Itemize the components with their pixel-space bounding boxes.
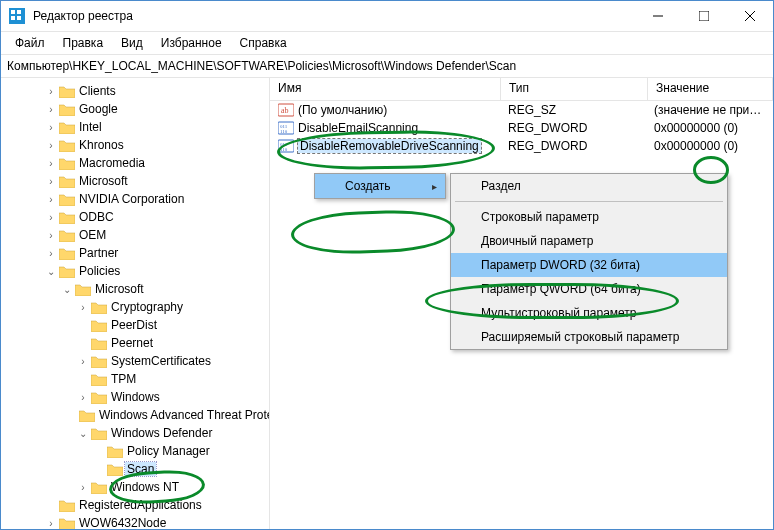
- context-item[interactable]: Двоичный параметр: [451, 229, 727, 253]
- tree-node[interactable]: PeerDist: [77, 316, 269, 334]
- tree-node[interactable]: ›WOW6432Node: [45, 514, 269, 529]
- chevron-right-icon[interactable]: ›: [77, 482, 89, 493]
- table-row[interactable]: (По умолчанию)REG_SZ(значение не присвое…: [270, 101, 773, 119]
- tree-node[interactable]: ›Cryptography: [77, 298, 269, 316]
- context-menu-new-submenu[interactable]: РазделСтроковый параметрДвоичный парамет…: [450, 173, 728, 350]
- chevron-right-icon[interactable]: ›: [45, 86, 57, 97]
- chevron-down-icon[interactable]: ⌄: [45, 266, 57, 277]
- col-header-type[interactable]: Тип: [501, 78, 648, 100]
- folder-icon: [91, 372, 107, 386]
- tree-node[interactable]: ⌄Microsoft: [61, 280, 269, 298]
- tree-node[interactable]: ›OEM: [45, 226, 269, 244]
- chevron-right-icon[interactable]: ›: [45, 140, 57, 151]
- tree-pane[interactable]: ›Clients›Google›Intel›Khronos›Macromedia…: [1, 78, 270, 529]
- menu-view[interactable]: Вид: [113, 34, 151, 52]
- chevron-right-icon[interactable]: ›: [77, 392, 89, 403]
- folder-icon: [59, 84, 75, 98]
- tree-node[interactable]: ›SystemCertificates: [77, 352, 269, 370]
- tree-node-label: Policy Manager: [125, 444, 212, 458]
- folder-icon: [91, 300, 107, 314]
- list-pane[interactable]: Имя Тип Значение (По умолчанию)REG_SZ(зн…: [270, 78, 773, 529]
- close-button[interactable]: [727, 1, 773, 31]
- tree-node-label: Windows NT: [109, 480, 181, 494]
- menu-edit[interactable]: Правка: [55, 34, 112, 52]
- chevron-right-icon[interactable]: ›: [45, 104, 57, 115]
- tree-node[interactable]: ›Windows NT: [77, 478, 269, 496]
- address-text: Компьютер\HKEY_LOCAL_MACHINE\SOFTWARE\Po…: [7, 59, 516, 73]
- menu-file[interactable]: Файл: [7, 34, 53, 52]
- window-title: Редактор реестра: [33, 9, 635, 23]
- folder-icon: [59, 516, 75, 529]
- folder-icon: [91, 318, 107, 332]
- chevron-right-icon[interactable]: ›: [45, 518, 57, 529]
- chevron-right-icon[interactable]: ›: [77, 302, 89, 313]
- tree-node[interactable]: ›ODBC: [45, 208, 269, 226]
- value-data: 0x00000000 (0): [646, 121, 773, 135]
- tree-node-label: Microsoft: [93, 282, 146, 296]
- chevron-down-icon[interactable]: ⌄: [77, 428, 89, 439]
- tree-node-label: Windows Defender: [109, 426, 214, 440]
- tree-node[interactable]: ›Windows: [77, 388, 269, 406]
- tree-node[interactable]: RegisteredApplications: [45, 496, 269, 514]
- folder-icon: [59, 156, 75, 170]
- chevron-right-icon[interactable]: ›: [77, 356, 89, 367]
- tree-node[interactable]: Windows Advanced Threat Protection: [77, 406, 269, 424]
- value-name: DisableRemovableDriveScanning: [298, 139, 481, 153]
- tree-node[interactable]: ›Intel: [45, 118, 269, 136]
- context-item[interactable]: Строковый параметр: [451, 205, 727, 229]
- tree-node-label: Windows: [109, 390, 162, 404]
- tree-node[interactable]: ›Google: [45, 100, 269, 118]
- tree-node[interactable]: ›Clients: [45, 82, 269, 100]
- chevron-right-icon[interactable]: ›: [45, 248, 57, 259]
- col-header-value[interactable]: Значение: [648, 78, 773, 100]
- tree-node[interactable]: ›Microsoft: [45, 172, 269, 190]
- folder-icon: [59, 498, 75, 512]
- tree-node[interactable]: ›NVIDIA Corporation: [45, 190, 269, 208]
- tree-node[interactable]: ⌄Policies: [45, 262, 269, 280]
- folder-icon: [91, 336, 107, 350]
- value-type: REG_SZ: [500, 103, 646, 117]
- tree-node[interactable]: ›Khronos: [45, 136, 269, 154]
- context-menu-primary[interactable]: Создать: [314, 173, 446, 199]
- tree-node[interactable]: Scan: [93, 460, 269, 478]
- value-type: REG_DWORD: [500, 139, 646, 153]
- context-item-create[interactable]: Создать: [315, 174, 445, 198]
- chevron-right-icon[interactable]: ›: [45, 194, 57, 205]
- chevron-right-icon[interactable]: ›: [45, 176, 57, 187]
- folder-icon: [91, 390, 107, 404]
- value-data: 0x00000000 (0): [646, 139, 773, 153]
- menu-help[interactable]: Справка: [232, 34, 295, 52]
- context-item[interactable]: Параметр QWORD (64 бита): [451, 277, 727, 301]
- tree-node-label: RegisteredApplications: [77, 498, 204, 512]
- chevron-down-icon[interactable]: ⌄: [61, 284, 73, 295]
- tree-node[interactable]: Peernet: [77, 334, 269, 352]
- tree-node-label: Policies: [77, 264, 122, 278]
- minimize-button[interactable]: [635, 1, 681, 31]
- context-item[interactable]: Раздел: [451, 174, 727, 198]
- context-item[interactable]: Параметр DWORD (32 бита): [451, 253, 727, 277]
- tree-node-label: Windows Advanced Threat Protection: [97, 408, 270, 422]
- table-row[interactable]: DisableRemovableDriveScanningREG_DWORD0x…: [270, 137, 773, 155]
- tree-node[interactable]: ›Partner: [45, 244, 269, 262]
- tree-node-label: OEM: [77, 228, 108, 242]
- folder-icon: [59, 174, 75, 188]
- folder-icon: [59, 210, 75, 224]
- tree-node-label: Scan: [125, 462, 156, 476]
- address-bar[interactable]: Компьютер\HKEY_LOCAL_MACHINE\SOFTWARE\Po…: [1, 54, 773, 78]
- context-item[interactable]: Мультистроковый параметр: [451, 301, 727, 325]
- tree-node[interactable]: Policy Manager: [93, 442, 269, 460]
- tree-node[interactable]: ›Macromedia: [45, 154, 269, 172]
- table-row[interactable]: DisableEmailScanningREG_DWORD0x00000000 …: [270, 119, 773, 137]
- tree-node[interactable]: ⌄Windows Defender: [77, 424, 269, 442]
- menu-favorites[interactable]: Избранное: [153, 34, 230, 52]
- chevron-right-icon[interactable]: ›: [45, 158, 57, 169]
- maximize-button[interactable]: [681, 1, 727, 31]
- string-value-icon: [278, 102, 294, 118]
- chevron-right-icon[interactable]: ›: [45, 230, 57, 241]
- chevron-right-icon[interactable]: ›: [45, 212, 57, 223]
- dword-value-icon: [278, 138, 294, 154]
- chevron-right-icon[interactable]: ›: [45, 122, 57, 133]
- col-header-name[interactable]: Имя: [270, 78, 501, 100]
- tree-node[interactable]: TPM: [77, 370, 269, 388]
- context-item[interactable]: Расширяемый строковый параметр: [451, 325, 727, 349]
